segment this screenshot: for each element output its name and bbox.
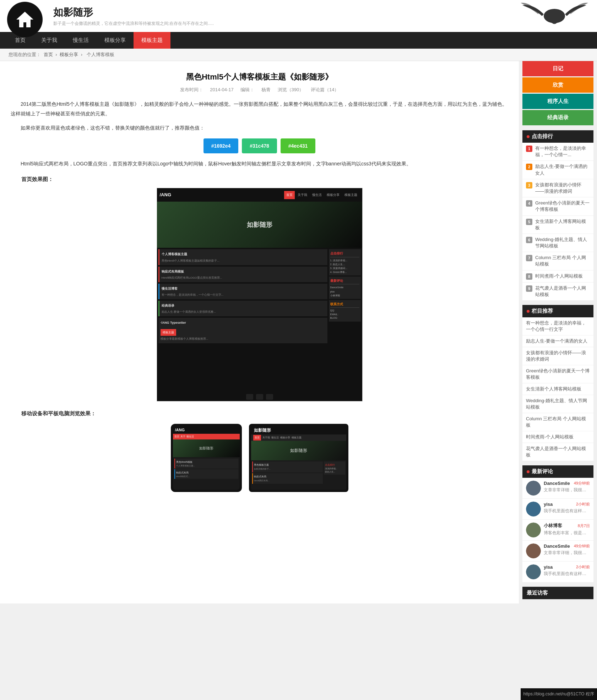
rec-widget: 栏目推荐 有一种想念，是淡淡的幸福，一个心情一行文字 励志人生-要做一个满洒的女…	[522, 305, 593, 461]
nav-about[interactable]: 关于我	[33, 32, 65, 49]
rank-title: 点击排行	[522, 130, 593, 143]
comments-title-text: 最新评论	[532, 468, 553, 475]
cat-appreciation[interactable]: 欣赏	[522, 77, 593, 93]
rec-link-5[interactable]: 女生清新个人博客网站模板	[526, 386, 581, 392]
color-chips: #1692e4 #31c478 #4ec431	[11, 138, 508, 154]
svg-marker-0	[16, 12, 33, 27]
rec-link-3[interactable]: 女孩都有浪漫的小情怀——浪漫的求婚词	[526, 350, 586, 362]
sidebar-categories: 日记 欣赏 程序人生 经典语录	[522, 61, 593, 125]
rank-text-6[interactable]: Wedding-婚礼主题、情人节网站模板	[535, 236, 590, 249]
rank-title-text: 点击排行	[532, 133, 553, 140]
commenter-name-5: yisa	[544, 564, 553, 570]
mobile-frame: /ANG 首页 关于 慢生活 如影随形 黑色Html5模板	[171, 424, 242, 492]
rec-link-9[interactable]: 花气袭人是酒香一个人网站模板	[526, 446, 586, 458]
rank-item: 5 女生清新个人博客网站模板	[522, 216, 593, 234]
rank-text-8[interactable]: 时间煮雨-个人网站模板	[535, 273, 590, 279]
rec-link-7[interactable]: Column 三栏布局 个人网站模板	[526, 416, 586, 428]
comments-widget: 最新评论 DanceSmile 49分钟前 文章非常详细，我很喜欢，能插的...	[522, 465, 593, 583]
meta-editor: 杨青	[261, 87, 271, 92]
avatar-img-1	[526, 481, 541, 496]
rank-text-2[interactable]: 励志人生-要做一个满洒的女人	[535, 163, 590, 176]
nav: 首页 关于我 慢生活 模板分享 模板主题	[0, 32, 597, 49]
comment-avatar-2	[526, 502, 541, 516]
rec-item[interactable]: 女生清新个人博客网站模板	[522, 383, 593, 395]
rec-link-2[interactable]: 励志人生-要做一个满洒的女人	[526, 338, 587, 344]
rank-item: 2 励志人生-要做一个满洒的女人	[522, 161, 593, 179]
rec-item[interactable]: Column 三栏布局 个人网站模板	[522, 413, 593, 431]
rank-item: 4 Green绿色小清新的夏天一个博客模板	[522, 197, 593, 215]
comment-item: yisa 2小时前 我手机里面也有这样一个号码存在	[522, 499, 593, 520]
comment-time-2: 2小时前	[576, 502, 590, 507]
avatar-img-5	[526, 564, 541, 579]
rank-num-8: 8	[526, 273, 532, 280]
rank-text-4[interactable]: Green绿色小清新的夏天一个博客模板	[535, 200, 590, 213]
rec-item[interactable]: Green绿色小清新的夏天一个博客模板	[522, 365, 593, 383]
color-chip-3: #4ec431	[281, 138, 316, 154]
tablet-frame: 如影随形 首页 关于我 慢生活 模板分享 模板主题 如影随形	[249, 424, 348, 492]
rank-num-4: 4	[526, 200, 532, 207]
comments-title: 最新评论	[522, 465, 593, 478]
home-icon	[14, 9, 36, 30]
meta-publish-time: 2014-04-17	[210, 87, 234, 92]
cat-classic-quotes[interactable]: 经典语录	[522, 110, 593, 125]
bird-decoration	[519, 0, 590, 32]
comment-info-5: yisa 2小时前 我手机里面也有这样一个号码存在	[544, 564, 590, 579]
rank-text-5[interactable]: 女生清新个人博客网站模板	[535, 218, 590, 231]
comment-time-5: 2小时前	[576, 564, 590, 570]
avatar-img-3	[526, 523, 541, 537]
rank-num-7: 7	[526, 255, 532, 261]
homepage-screenshot: /ANG 首页 关于我 慢生活 模板分享 模板主题 如影随形	[157, 188, 363, 401]
visitors-title: 最近访客	[522, 587, 593, 599]
rank-item: 9 花气袭人是酒香一个人网站模板	[522, 283, 593, 301]
breadcrumb-home[interactable]: 首页	[44, 52, 53, 57]
comment-info-1: DanceSmile 49分钟前 文章非常详细，我很喜欢，能插的...	[544, 481, 590, 496]
rank-text-3[interactable]: 女孩都有浪漫的小情怀——浪漫的求婚词	[535, 182, 590, 195]
cat-diary[interactable]: 日记	[522, 61, 593, 76]
comment-text-1: 文章非常详细，我很喜欢，能插的...	[544, 487, 590, 493]
breadcrumb-parent[interactable]: 模板分享	[60, 52, 78, 57]
rank-num-9: 9	[526, 285, 532, 292]
comment-meta-4: DanceSmile 49分钟前	[544, 543, 590, 549]
rec-link-4[interactable]: Green绿色小清新的夏天一个博客模板	[526, 368, 590, 380]
rec-item[interactable]: 女孩都有浪漫的小情怀——浪漫的求婚词	[522, 347, 593, 365]
comment-item: DanceSmile 49分钟前 文章非常详细，我很喜欢，能插的...	[522, 541, 593, 562]
comment-avatar-5	[526, 564, 541, 579]
rec-link-1[interactable]: 有一种想念，是淡淡的幸福，一个心情一行文字	[526, 320, 586, 332]
header: 如影随形 影子是一个会撒谎的精灵，它在虚空中流浪和等待被发现之间;在存在与不存在…	[0, 0, 597, 32]
rec-item[interactable]: 有一种想念，是淡淡的幸福，一个心情一行文字	[522, 317, 593, 335]
body-paragraph-3: Html5响应式两栏布局，LOGO重点突出，首页推荐文章列表以Logo中轴线为时…	[11, 159, 508, 169]
nav-life[interactable]: 慢生活	[65, 32, 97, 49]
commenter-name-3: 小林博客	[544, 523, 562, 529]
body-paragraph-2: 如果你更喜欢用蓝色或者绿色，这也不错，替换关键的颜色值就行了，推荐颜色值：	[11, 123, 508, 133]
nav-templates[interactable]: 模板分享	[97, 32, 134, 49]
rec-link-8[interactable]: 时间煮雨-个人网站模板	[526, 434, 574, 439]
comment-item: yisa 2小时前 我手机里面也有这样一个号码存在	[522, 562, 593, 583]
comment-time-1: 49分钟前	[574, 481, 590, 486]
logo-circle[interactable]	[7, 2, 43, 37]
rec-link-6[interactable]: Wedding-婚礼主题、情人节网站模板	[526, 398, 587, 410]
comment-meta-1: DanceSmile 49分钟前	[544, 481, 590, 486]
mobile-preview: /ANG 首页 关于 慢生活 如影随形 黑色Html5模板	[11, 424, 508, 492]
mobile-screen: /ANG 首页 关于 慢生活 如影随形 黑色Html5模板	[173, 426, 240, 490]
rank-item: 8 时间煮雨-个人网站模板	[522, 270, 593, 283]
layout: 黑色Html5个人博客模板主题《如影随形》 发布时间： 2014-04-17 编…	[0, 61, 597, 603]
rec-item[interactable]: 励志人生-要做一个满洒的女人	[522, 335, 593, 347]
avatar-img-2	[526, 502, 541, 516]
rank-text-7[interactable]: Column 三栏布局 个人网站模板	[535, 255, 590, 267]
rec-item[interactable]: Wedding-婚礼主题、情人节网站模板	[522, 395, 593, 413]
nav-themes[interactable]: 模板主题	[134, 32, 170, 49]
comment-avatar-3	[526, 523, 541, 537]
rec-item[interactable]: 花气袭人是酒香一个人网站模板	[522, 443, 593, 461]
commenter-name-2: yisa	[544, 502, 553, 507]
site-subtitle: 影子是一个会撒谎的精灵，它在虚空中流浪和等待被发现之间;在存在与不存在之间...…	[53, 21, 214, 27]
comment-list: DanceSmile 49分钟前 文章非常详细，我很喜欢，能插的... yisa…	[522, 478, 593, 583]
header-decoration	[519, 0, 590, 32]
rank-num-6: 6	[526, 237, 532, 243]
rank-text-9[interactable]: 花气袭人是酒香一个人网站模板	[535, 285, 590, 298]
rank-text-1[interactable]: 有一种想念，是淡淡的幸福，一个心情一...	[535, 145, 590, 158]
rec-item[interactable]: 时间煮雨-个人网站模板	[522, 431, 593, 443]
comment-meta-5: yisa 2小时前	[544, 564, 590, 570]
cat-programmer-life[interactable]: 程序人生	[522, 94, 593, 109]
breadcrumb-prefix: 您现在的位置：	[9, 52, 41, 57]
avatar-img-4	[526, 543, 541, 558]
